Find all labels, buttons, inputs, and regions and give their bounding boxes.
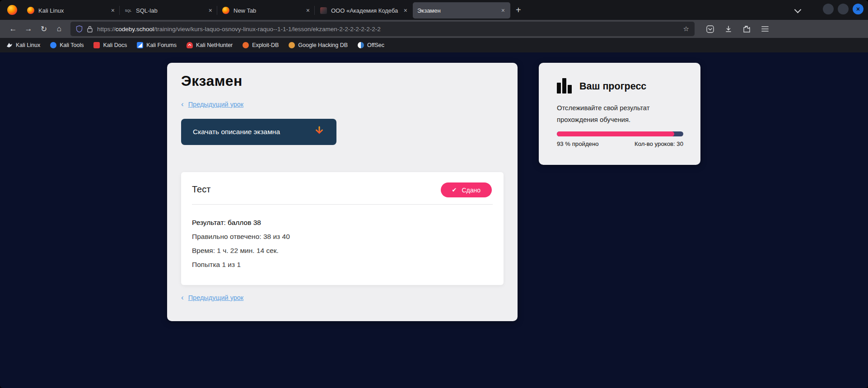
chevron-left-icon: ‹	[181, 100, 184, 109]
close-window-button[interactable]: ×	[853, 4, 863, 14]
previous-lesson-link-bottom[interactable]: ‹ Предыдущий урок	[181, 293, 243, 302]
url-host: codeby.school	[116, 26, 154, 33]
google-hacking-db-icon	[289, 42, 295, 48]
result-correct-line: Правильно отвечено: 38 из 40	[192, 233, 290, 241]
tab-close-icon[interactable]: ×	[305, 7, 311, 14]
kali-tools-icon	[50, 42, 56, 48]
tab-close-icon[interactable]: ×	[208, 7, 213, 14]
bookmark-offsec[interactable]: OffSec	[358, 42, 384, 48]
tracking-protection-shield-icon[interactable]	[76, 25, 83, 33]
tab-close-icon[interactable]: ×	[110, 7, 116, 14]
previous-lesson-label: Предыдущий урок	[188, 101, 244, 108]
tab-title: SQL-lab	[136, 7, 205, 14]
exploit-db-icon	[243, 42, 249, 48]
navigation-toolbar: ← → ↻ ⌂ https://codeby.school/training/v…	[0, 20, 868, 38]
status-label: Сдано	[462, 187, 481, 194]
bookmark-label: OffSec	[367, 42, 384, 48]
home-icon[interactable]: ⌂	[51, 24, 67, 33]
progress-labels: 93 % пройдено Кол-во уроков: 30	[557, 140, 683, 147]
firefox-favicon-icon	[222, 7, 229, 14]
kali-nethunter-icon	[187, 42, 193, 48]
result-time-line: Время: 1 ч. 22 мин. 14 сек.	[192, 247, 279, 255]
bookmark-kali-nethunter[interactable]: Kali NetHunter	[187, 42, 233, 48]
codeby-favicon-icon	[320, 7, 327, 14]
bookmark-kali-linux[interactable]: Kali Linux	[6, 42, 40, 48]
progress-description: Отслеживайте свой результат прохождения …	[557, 103, 671, 126]
bookmark-google-hacking-db[interactable]: Google Hacking DB	[289, 42, 348, 48]
bar-chart-icon	[557, 78, 573, 93]
bookmark-label: Google Hacking DB	[298, 42, 348, 48]
downloads-icon[interactable]	[725, 25, 732, 33]
firefox-logo-icon	[7, 5, 17, 15]
tab-title: ООО «Академия Кодеба	[331, 7, 400, 14]
kali-dragon-icon	[6, 42, 13, 48]
bookmark-exploit-db[interactable]: Exploit-DB	[243, 42, 279, 48]
progress-card: Ваш прогресс Отслеживайте свой результат…	[539, 63, 700, 165]
bookmark-label: Kali NetHunter	[196, 42, 233, 48]
bookmark-kali-tools[interactable]: Kali Tools	[50, 42, 84, 48]
progress-percent-label: 93 % пройдено	[557, 140, 599, 147]
lessons-count-label: Кол-во уроков: 30	[635, 140, 683, 147]
pocket-icon[interactable]	[706, 25, 714, 33]
tab-sql-lab[interactable]: SQL SQL-lab ×	[120, 2, 218, 19]
offsec-icon	[358, 42, 364, 48]
sql-favicon-icon: SQL	[125, 7, 132, 14]
progress-title: Ваш прогресс	[579, 81, 646, 92]
firefox-favicon-icon	[27, 7, 34, 14]
bookmark-kali-forums[interactable]: Kali Forums	[137, 42, 177, 48]
lock-icon[interactable]	[87, 26, 93, 33]
previous-lesson-link-top[interactable]: ‹ Предыдущий урок	[181, 100, 243, 109]
chevron-down-icon[interactable]	[795, 7, 800, 12]
tab-title: New Tab	[233, 7, 303, 14]
forward-icon[interactable]: →	[21, 24, 36, 33]
status-badge-passed: ✔ Сдано	[441, 182, 492, 197]
bookmark-label: Kali Docs	[103, 42, 127, 48]
test-result-card: Тест ✔ Сдано Результат: баллов 38 Правил…	[181, 172, 504, 285]
minimize-button[interactable]	[823, 4, 834, 14]
progress-bar-fill	[557, 131, 674, 136]
menu-hamburger-icon[interactable]	[761, 26, 769, 32]
tab-new-tab[interactable]: New Tab ×	[218, 2, 315, 19]
url-text[interactable]: https://codeby.school/training/view/kurs…	[97, 26, 680, 33]
tab-title: Экзамен	[417, 7, 498, 14]
tab-bar: Kali Linux × SQL SQL-lab × New Tab × ООО…	[0, 0, 868, 20]
progress-bar	[557, 131, 683, 136]
bookmarks-toolbar: Kali Linux Kali Tools Kali Docs Kali For…	[0, 38, 868, 52]
kali-forums-icon	[137, 42, 143, 48]
url-bar[interactable]: https://codeby.school/training/view/kurs…	[70, 22, 695, 36]
tab-kali-linux[interactable]: Kali Linux ×	[23, 2, 120, 19]
chevron-left-icon: ‹	[181, 293, 184, 302]
maximize-button[interactable]	[838, 4, 849, 14]
browser-window: Kali Linux × SQL SQL-lab × New Tab × ООО…	[0, 0, 868, 388]
bookmark-label: Kali Linux	[16, 42, 40, 48]
check-icon: ✔	[452, 187, 457, 193]
bookmark-label: Kali Tools	[60, 42, 84, 48]
test-title: Тест	[192, 184, 210, 195]
divider	[192, 204, 493, 205]
tab-close-icon[interactable]: ×	[403, 7, 408, 14]
page-title: Экзамен	[181, 73, 243, 89]
new-tab-button[interactable]: +	[510, 5, 527, 14]
bookmark-label: Exploit-DB	[252, 42, 279, 48]
url-path: /training/view/kurs-laquo-osnovy-linux-r…	[154, 26, 381, 33]
url-scheme: https://	[97, 26, 116, 33]
back-icon[interactable]: ←	[5, 24, 21, 33]
toolbar-right-icons	[706, 25, 769, 33]
tab-close-icon[interactable]: ×	[500, 7, 506, 14]
tab-academy-codeby[interactable]: ООО «Академия Кодеба ×	[315, 2, 413, 19]
result-attempt-line: Попытка 1 из 1	[192, 261, 241, 269]
page-content: Экзамен ‹ Предыдущий урок Скачать описан…	[0, 52, 868, 388]
download-exam-description-button[interactable]: Скачать описание экзамна	[181, 119, 336, 145]
bookmark-label: Kali Forums	[146, 42, 177, 48]
kali-docs-icon	[93, 42, 100, 48]
reload-icon[interactable]: ↻	[36, 24, 51, 34]
exam-card: Экзамен ‹ Предыдущий урок Скачать описан…	[167, 63, 518, 321]
bookmark-kali-docs[interactable]: Kali Docs	[93, 42, 127, 48]
result-score-line: Результат: баллов 38	[192, 219, 261, 227]
previous-lesson-label: Предыдущий урок	[188, 294, 244, 301]
download-icon	[314, 126, 325, 138]
extensions-puzzle-icon[interactable]	[743, 25, 751, 33]
bookmark-star-icon[interactable]: ☆	[683, 25, 689, 33]
tab-title: Kali Linux	[38, 7, 107, 14]
tab-exam-active[interactable]: Экзамен ×	[413, 2, 510, 19]
